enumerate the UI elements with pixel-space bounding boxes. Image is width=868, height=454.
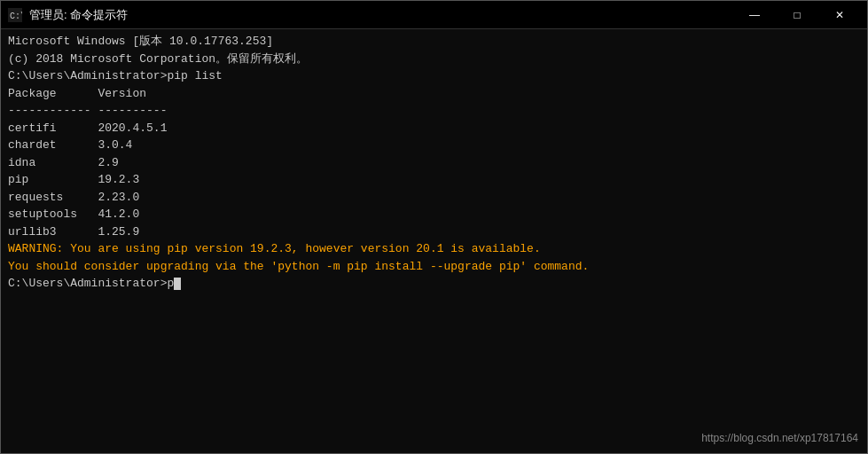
maximize-button[interactable]: □: [777, 3, 817, 27]
terminal-line: WARNING: You are using pip version 19.2.…: [8, 240, 860, 258]
terminal-body[interactable]: Microsoft Windows [版本 10.0.17763.253](c)…: [1, 29, 867, 453]
close-button[interactable]: ✕: [819, 3, 860, 27]
terminal-line: chardet 3.0.4: [8, 137, 860, 154]
cmd-icon: C:\: [8, 8, 22, 22]
terminal-line: C:\Users\Administrator>pip list: [8, 67, 860, 85]
terminal-line: urllib3 1.25.9: [8, 223, 860, 241]
terminal-line: You should consider upgrading via the 'p…: [8, 258, 860, 276]
title-bar: C:\ 管理员: 命令提示符 — □ ✕: [1, 1, 867, 29]
terminal-content: Microsoft Windows [版本 10.0.17763.253](c)…: [8, 33, 860, 293]
cursor: [174, 278, 181, 290]
terminal-line: Microsoft Windows [版本 10.0.17763.253]: [8, 33, 860, 51]
terminal-line: ------------ ----------: [8, 102, 860, 120]
terminal-line: Package Version: [8, 85, 860, 103]
window-title: 管理员: 命令提示符: [29, 7, 128, 23]
terminal-line: setuptools 41.2.0: [8, 206, 860, 223]
cmd-window: C:\ 管理员: 命令提示符 — □ ✕ Microsoft Windows […: [0, 0, 868, 454]
window-controls: — □ ✕: [734, 3, 860, 27]
watermark: https://blog.csdn.net/xp17817164: [701, 432, 858, 444]
terminal-line: (c) 2018 Microsoft Corporation。保留所有权利。: [8, 51, 860, 68]
terminal-line: idna 2.9: [8, 154, 860, 172]
terminal-line: pip 19.2.3: [8, 171, 860, 189]
terminal-line: certifi 2020.4.5.1: [8, 120, 860, 137]
svg-text:C:\: C:\: [10, 12, 22, 21]
title-bar-left: C:\ 管理员: 命令提示符: [8, 7, 128, 23]
minimize-button[interactable]: —: [734, 3, 775, 27]
terminal-line: requests 2.23.0: [8, 189, 860, 207]
terminal-line: C:\Users\Administrator>p: [8, 275, 860, 293]
